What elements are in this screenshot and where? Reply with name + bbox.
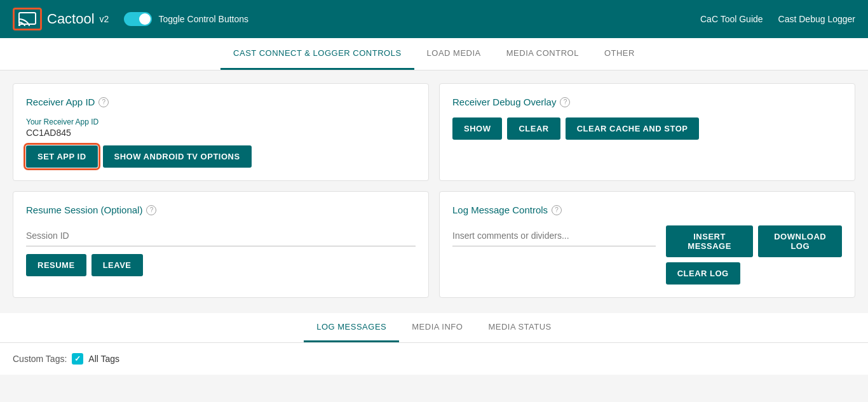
nav-link-cac-tool-guide[interactable]: CaC Tool Guide: [700, 14, 763, 24]
resume-session-title: Resume Session (Optional) ?: [26, 204, 416, 215]
show-android-tv-button[interactable]: SHOW ANDROID TV OPTIONS: [103, 145, 252, 168]
log-top-buttons: INSERT MESSAGE DOWNLOAD LOG: [666, 225, 842, 257]
cast-icon-box[interactable]: [13, 8, 42, 30]
show-debug-button[interactable]: SHOW: [452, 117, 502, 140]
top-cards-row: Receiver App ID ? Your Receiver App ID C…: [13, 83, 855, 181]
resume-buttons: RESUME LEAVE: [26, 254, 416, 276]
log-controls-row: INSERT MESSAGE DOWNLOAD LOG CLEAR LOG: [452, 225, 842, 285]
log-comment-input[interactable]: [452, 225, 656, 246]
toggle-label: Toggle Control Buttons: [158, 14, 248, 24]
clear-cache-stop-button[interactable]: CLEAR CACHE AND STOP: [566, 117, 700, 140]
insert-message-button[interactable]: INSERT MESSAGE: [666, 225, 754, 257]
receiver-debug-help-icon[interactable]: ?: [560, 97, 570, 107]
resume-session-help-icon[interactable]: ?: [146, 205, 156, 215]
main-tabs: CAST CONNECT & LOGGER CONTROLS LOAD MEDI…: [0, 38, 868, 70]
toggle-control-buttons[interactable]: [124, 12, 152, 26]
log-message-title: Log Message Controls ?: [452, 204, 842, 215]
nav-link-cast-debug-logger[interactable]: Cast Debug Logger: [778, 14, 855, 24]
app-id-value: CC1AD845: [26, 128, 416, 138]
receiver-app-id-buttons: SET APP ID SHOW ANDROID TV OPTIONS: [26, 145, 416, 168]
bottom-tabs: LOG MESSAGES MEDIA INFO MEDIA STATUS: [0, 313, 868, 343]
resume-button[interactable]: RESUME: [26, 254, 86, 276]
receiver-app-id-help-icon[interactable]: ?: [98, 97, 109, 107]
receiver-debug-title: Receiver Debug Overlay ?: [452, 97, 842, 107]
cast-icon: [18, 12, 36, 26]
debug-overlay-buttons: SHOW CLEAR CLEAR CACHE AND STOP: [452, 117, 842, 140]
tab-media-info[interactable]: MEDIA INFO: [399, 313, 475, 342]
all-tags-checkbox[interactable]: [72, 353, 83, 365]
bottom-cards-row: Resume Session (Optional) ? RESUME LEAVE…: [13, 191, 855, 298]
tab-other[interactable]: OTHER: [592, 38, 648, 70]
receiver-app-id-title: Receiver App ID ?: [26, 97, 416, 107]
leave-button[interactable]: LEAVE: [92, 254, 143, 276]
tab-media-control[interactable]: MEDIA CONTROL: [494, 38, 592, 70]
logo: Cactoolv2: [13, 8, 109, 30]
tab-load-media[interactable]: LOAD MEDIA: [414, 38, 494, 70]
header: Cactoolv2 Toggle Control Buttons CaC Too…: [0, 0, 868, 38]
session-id-input[interactable]: [26, 225, 416, 246]
log-message-help-icon[interactable]: ?: [552, 205, 562, 215]
download-log-button[interactable]: DOWNLOAD LOG: [758, 225, 842, 257]
clear-debug-button[interactable]: CLEAR: [507, 117, 560, 140]
tab-log-messages[interactable]: LOG MESSAGES: [304, 313, 399, 342]
content: Receiver App ID ? Your Receiver App ID C…: [0, 70, 868, 311]
tab-media-status[interactable]: MEDIA STATUS: [475, 313, 564, 342]
app-id-input-label: Your Receiver App ID: [26, 117, 416, 126]
clear-log-button[interactable]: CLEAR LOG: [666, 262, 740, 285]
all-tags-label: All Tags: [88, 354, 119, 364]
header-nav-links: CaC Tool Guide Cast Debug Logger: [700, 14, 855, 24]
logo-v2: v2: [100, 14, 109, 24]
receiver-debug-overlay-card: Receiver Debug Overlay ? SHOW CLEAR CLEA…: [439, 83, 855, 181]
custom-tags-label: Custom Tags:: [13, 354, 67, 364]
custom-tags-area: Custom Tags: All Tags: [0, 343, 868, 375]
log-buttons-col: INSERT MESSAGE DOWNLOAD LOG CLEAR LOG: [666, 225, 842, 285]
set-app-id-button[interactable]: SET APP ID: [26, 145, 98, 168]
logo-text: Cactool: [47, 11, 95, 27]
tab-cast-connect-logger[interactable]: CAST CONNECT & LOGGER CONTROLS: [220, 38, 414, 70]
log-message-controls-card: Log Message Controls ? INSERT MESSAGE DO…: [439, 191, 855, 298]
receiver-app-id-card: Receiver App ID ? Your Receiver App ID C…: [13, 83, 429, 181]
toggle-area: Toggle Control Buttons: [124, 12, 248, 26]
resume-session-card: Resume Session (Optional) ? RESUME LEAVE: [13, 191, 429, 298]
